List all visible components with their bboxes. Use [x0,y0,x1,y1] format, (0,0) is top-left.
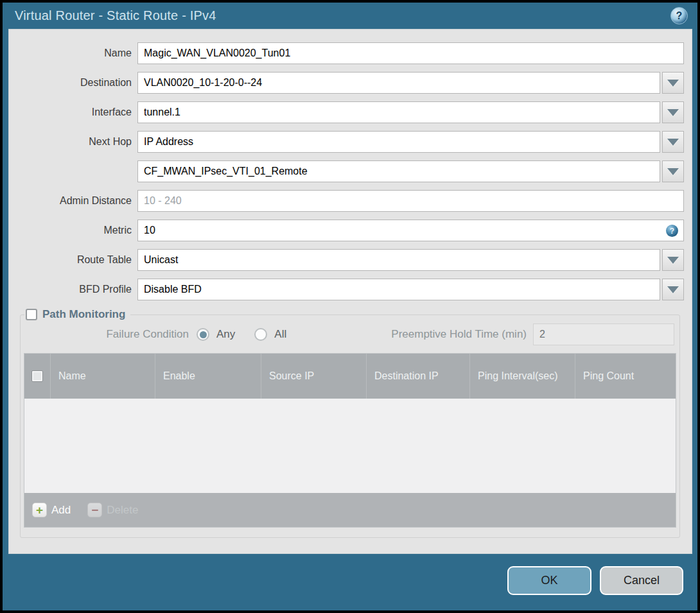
column-header-ping-count[interactable]: Ping Count [575,354,676,399]
radio-any-label: Any [216,328,235,341]
interface-dropdown-button[interactable] [662,101,684,123]
radio-unselected-icon [254,328,267,341]
route-table-input[interactable] [137,249,660,271]
metric-input[interactable] [137,220,684,241]
failure-condition-label: Failure Condition [23,328,197,341]
admin-distance-label: Admin Distance [9,195,137,207]
path-monitoring-checkbox[interactable] [26,309,37,320]
route-table-dropdown-button[interactable] [662,249,684,271]
next-hop-dropdown-button[interactable] [662,131,684,153]
cancel-button[interactable]: Cancel [600,566,683,595]
chevron-down-icon [667,257,679,264]
path-monitoring-legend: Path Monitoring [24,308,130,321]
next-hop-address-dropdown-button[interactable] [662,160,684,182]
next-hop-address-input[interactable] [137,160,660,182]
bfd-profile-label: BFD Profile [9,284,137,295]
dialog-title: Virtual Router - Static Route - IPv4 [15,8,216,23]
chevron-down-icon [667,109,679,116]
column-header-source-ip[interactable]: Source IP [261,354,366,399]
delete-button-label: Delete [107,504,138,517]
delete-button[interactable]: − Delete [87,503,138,517]
titlebar: Virtual Router - Static Route - IPv4 ? [3,3,697,29]
chevron-down-icon [667,80,679,87]
next-hop-label: Next Hop [9,136,137,148]
dialog-content: Name Destination Interface [8,29,692,554]
ok-button[interactable]: OK [507,566,591,595]
column-header-enable[interactable]: Enable [155,354,261,399]
name-row: Name [9,42,684,64]
bfd-profile-input[interactable] [137,279,660,300]
admin-distance-input[interactable] [137,190,684,212]
chevron-down-icon [667,139,679,146]
preemptive-hold-time-label: Preemptive Hold Time (min) [306,328,533,341]
delete-icon: − [87,503,102,517]
next-hop-row: Next Hop [9,131,684,153]
bfd-profile-dropdown-button[interactable] [662,279,684,300]
metric-row: Metric ? [9,220,684,241]
metric-info-icon[interactable]: ? [666,225,678,237]
metric-label: Metric [9,225,137,236]
destination-dropdown-button[interactable] [662,72,684,94]
column-header-destination-ip[interactable]: Destination IP [366,354,469,399]
next-hop-type-input[interactable] [137,131,660,153]
next-hop-address-row [9,160,684,182]
name-label: Name [9,47,137,59]
dialog-footer: OK Cancel [3,554,697,610]
failure-condition-any-radio[interactable]: Any [197,328,235,341]
column-header-name[interactable]: Name [50,354,155,399]
destination-label: Destination [9,77,137,89]
radio-selected-icon [197,328,209,341]
interface-input[interactable] [137,101,660,123]
path-monitoring-title: Path Monitoring [42,308,125,321]
table-header-checkbox-cell [24,354,50,399]
chevron-down-icon [667,168,679,175]
table-body-empty [24,399,676,493]
route-table-row: Route Table [9,249,684,271]
admin-distance-row: Admin Distance [9,190,684,212]
static-route-dialog: Virtual Router - Static Route - IPv4 ? N… [0,0,700,613]
path-monitoring-section: Path Monitoring Failure Condition Any Al… [20,308,680,538]
route-table-label: Route Table [9,254,137,266]
name-input[interactable] [137,42,684,64]
column-header-ping-interval[interactable]: Ping Interval(sec) [469,354,575,399]
bfd-profile-row: BFD Profile [9,279,684,300]
preemptive-hold-time-input[interactable] [533,324,674,345]
table-toolbar: + Add − Delete [24,493,676,527]
destination-input[interactable] [137,72,660,94]
add-button[interactable]: + Add [32,503,71,517]
add-button-label: Add [51,504,71,517]
interface-label: Interface [9,107,137,118]
help-icon-glyph: ? [676,10,683,22]
select-all-checkbox[interactable] [31,370,43,382]
help-icon[interactable]: ? [670,7,688,24]
table-header: Name Enable Source IP Destination IP Pin… [24,354,676,399]
interface-row: Interface [9,101,684,123]
radio-all-label: All [274,328,286,341]
failure-condition-all-radio[interactable]: All [254,328,286,341]
chevron-down-icon [667,286,679,293]
add-icon: + [32,503,47,517]
metric-info-glyph: ? [670,227,674,236]
path-monitoring-table: Name Enable Source IP Destination IP Pin… [24,353,676,528]
destination-row: Destination [9,72,684,94]
failure-condition-row: Failure Condition Any All Preemptive Hol… [23,321,677,353]
